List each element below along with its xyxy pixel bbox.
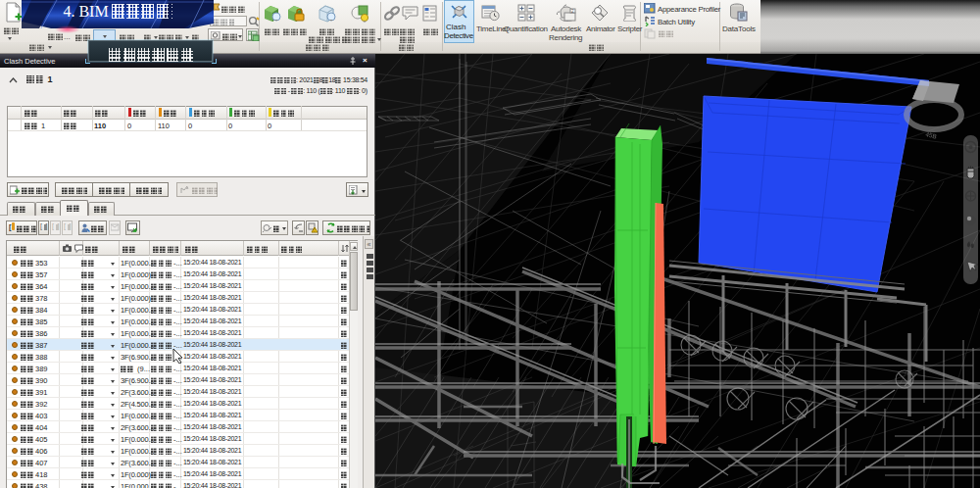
svg-text:!: ! <box>314 228 315 233</box>
svg-text:45B: 45B <box>925 130 938 140</box>
